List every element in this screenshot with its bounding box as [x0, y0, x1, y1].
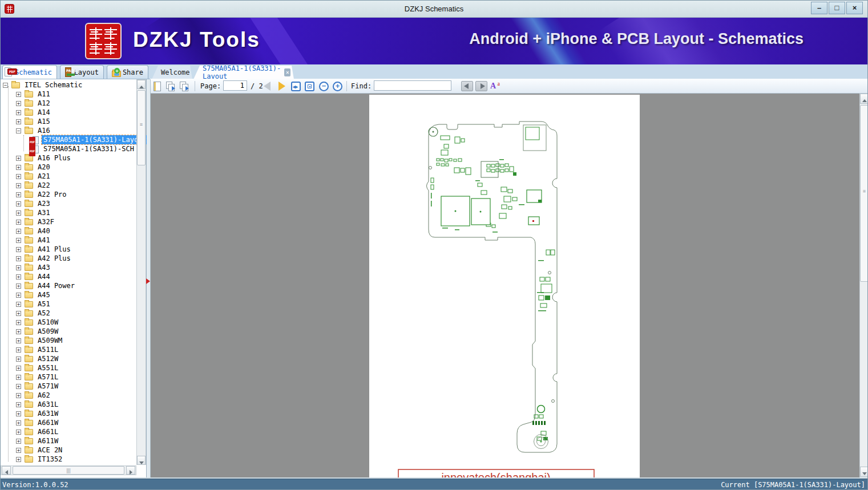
- tree-item-a16[interactable]: −A16: [1, 126, 136, 135]
- zoom-in-button[interactable]: +: [333, 79, 342, 94]
- scrollbar-thumb[interactable]: ≡: [860, 105, 868, 282]
- find-input[interactable]: [374, 80, 451, 91]
- tree-item-a509w[interactable]: +A509W: [1, 327, 136, 336]
- expand-expander-icon[interactable]: +: [16, 420, 21, 426]
- scroll-down-button[interactable]: [860, 467, 868, 477]
- tree-item-a571w[interactable]: +A571W: [1, 382, 136, 391]
- tree-item-a509wm[interactable]: +A509WM: [1, 336, 136, 345]
- scroll-right-button[interactable]: [126, 466, 135, 475]
- tree-item-s75ma05a1-1-sa331-layout[interactable]: PDFS75MA05A1-1(SA331)-Layout: [1, 135, 136, 144]
- tree-item-a15[interactable]: +A15: [1, 117, 136, 126]
- scrollbar-thumb[interactable]: ≡: [137, 90, 146, 165]
- expand-expander-icon[interactable]: +: [16, 366, 21, 371]
- collapse-expander-icon[interactable]: −: [16, 128, 21, 133]
- tree-item-a571l[interactable]: +A571L: [1, 372, 136, 382]
- tab-welcome[interactable]: Welcome: [152, 66, 192, 79]
- tree-item-a16-plus[interactable]: +A16 Plus: [1, 153, 136, 163]
- expand-expander-icon[interactable]: +: [16, 411, 21, 416]
- expand-expander-icon[interactable]: +: [16, 311, 21, 316]
- expand-expander-icon[interactable]: +: [16, 284, 21, 289]
- scrollbar-thumb[interactable]: |||: [13, 466, 124, 475]
- expand-expander-icon[interactable]: +: [16, 448, 21, 453]
- tree-item-a32f[interactable]: +A32F: [1, 217, 136, 226]
- expand-expander-icon[interactable]: +: [16, 92, 21, 97]
- expand-expander-icon[interactable]: +: [16, 338, 21, 343]
- tree-vertical-scrollbar[interactable]: ≡: [136, 79, 146, 465]
- expand-expander-icon[interactable]: +: [16, 375, 21, 380]
- tree-item-a11[interactable]: +A11: [1, 90, 136, 99]
- tree-item-a12[interactable]: +A12: [1, 99, 136, 108]
- scroll-down-button[interactable]: [137, 456, 146, 465]
- expand-expander-icon[interactable]: +: [16, 110, 21, 115]
- tree-item-a510w[interactable]: +A510W: [1, 318, 136, 327]
- tree-item-a51[interactable]: +A51: [1, 299, 136, 309]
- expand-expander-icon[interactable]: +: [16, 439, 21, 444]
- tree-item-a511l[interactable]: +A511L: [1, 345, 136, 354]
- minimize-button[interactable]: –: [811, 2, 827, 14]
- scroll-up-button[interactable]: [860, 94, 868, 104]
- expand-expander-icon[interactable]: +: [16, 320, 21, 325]
- tree-item-a14[interactable]: +A14: [1, 108, 136, 117]
- tree-item-a23[interactable]: +A23: [1, 199, 136, 208]
- tab-document-active[interactable]: S75MA05A1-1(SA331)-Layout ✕: [193, 66, 294, 79]
- tree-item-a41-plus[interactable]: +A41 Plus: [1, 245, 136, 254]
- tree-item-a44-power[interactable]: +A44 Power: [1, 281, 136, 290]
- tree-item-a45[interactable]: +A45: [1, 290, 136, 299]
- expand-expander-icon[interactable]: +: [16, 274, 21, 280]
- expand-expander-icon[interactable]: +: [16, 247, 21, 252]
- tree-item-s75ma05a1-1-sa331-sch[interactable]: PDFS75MA05A1-1(SA331)-SCH: [1, 144, 136, 153]
- tab-schematic[interactable]: PDF Schematic: [2, 65, 57, 79]
- expand-expander-icon[interactable]: +: [16, 402, 21, 407]
- tree-item-a42-plus[interactable]: +A42 Plus: [1, 254, 136, 263]
- tree-item-a631l[interactable]: +A631L: [1, 400, 136, 409]
- tree-item-a631w[interactable]: +A631W: [1, 409, 136, 418]
- expand-expander-icon[interactable]: +: [16, 457, 21, 462]
- tree-item-a43[interactable]: +A43: [1, 263, 136, 272]
- expand-expander-icon[interactable]: +: [16, 430, 21, 435]
- close-button[interactable]: ×: [846, 2, 863, 14]
- expand-expander-icon[interactable]: +: [16, 165, 21, 170]
- expand-expander-icon[interactable]: +: [16, 210, 21, 216]
- tree-item-a22[interactable]: +A22: [1, 181, 136, 190]
- splitter-collapse-icon[interactable]: [146, 278, 150, 284]
- tab-layout[interactable]: PADS Layout: [60, 65, 104, 79]
- viewer-vertical-scrollbar[interactable]: ≡: [859, 94, 868, 477]
- find-next-button[interactable]: [475, 79, 487, 94]
- expand-expander-icon[interactable]: +: [16, 384, 21, 389]
- collapse-expander-icon[interactable]: −: [3, 83, 8, 88]
- next-page-button[interactable]: [278, 79, 285, 94]
- tab-close-icon[interactable]: ✕: [284, 68, 290, 76]
- tree-item-a661w[interactable]: +A661W: [1, 418, 136, 427]
- tree-item-a611w[interactable]: +A611W: [1, 436, 136, 446]
- tree-item-a512w[interactable]: +A512W: [1, 354, 136, 363]
- panel-splitter[interactable]: [147, 79, 151, 477]
- tree-item-a661l[interactable]: +A661L: [1, 427, 136, 436]
- scroll-left-button[interactable]: [2, 466, 11, 475]
- scroll-up-button[interactable]: [137, 80, 146, 89]
- expand-expander-icon[interactable]: +: [16, 265, 21, 270]
- expand-expander-icon[interactable]: +: [16, 119, 21, 124]
- pdf-viewer-canvas[interactable]: innovatech(shanghai): [151, 94, 859, 477]
- expand-expander-icon[interactable]: +: [16, 220, 21, 225]
- expand-expander-icon[interactable]: +: [16, 101, 21, 106]
- tree-item-a41[interactable]: +A41: [1, 236, 136, 245]
- maximize-button[interactable]: □: [829, 2, 845, 14]
- tree-item-itel-schematic[interactable]: −ITEL Schematic: [1, 80, 136, 90]
- expand-expander-icon[interactable]: +: [16, 183, 21, 188]
- tree-item-a62[interactable]: +A62: [1, 391, 136, 400]
- expand-expander-icon[interactable]: +: [16, 174, 21, 179]
- expand-expander-icon[interactable]: +: [16, 229, 21, 234]
- expand-expander-icon[interactable]: +: [16, 256, 21, 261]
- tree-item-a22-pro[interactable]: +A22 Pro: [1, 190, 136, 199]
- tree-horizontal-scrollbar[interactable]: |||: [1, 465, 136, 475]
- expand-expander-icon[interactable]: +: [16, 238, 21, 243]
- expand-expander-icon[interactable]: +: [16, 192, 21, 197]
- tree-item-a21[interactable]: +A21: [1, 172, 136, 181]
- find-previous-button[interactable]: [461, 79, 473, 94]
- expand-expander-icon[interactable]: +: [16, 393, 21, 398]
- expand-expander-icon[interactable]: +: [16, 293, 21, 298]
- expand-expander-icon[interactable]: +: [16, 347, 21, 353]
- page-number-input[interactable]: [223, 80, 247, 91]
- tab-share[interactable]: + Share: [107, 65, 148, 79]
- tree-item-a20[interactable]: +A20: [1, 163, 136, 172]
